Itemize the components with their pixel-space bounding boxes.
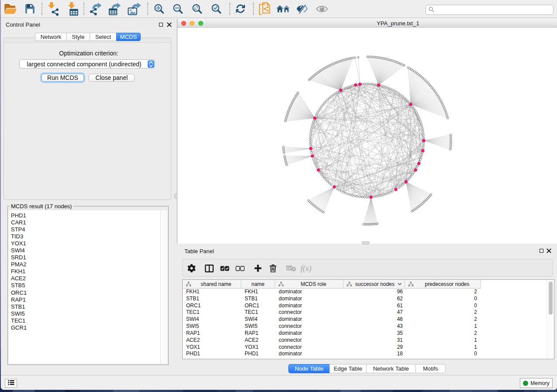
- hide-selected-icon[interactable]: [295, 0, 310, 17]
- memory-label: Memory: [530, 380, 549, 386]
- mcds-result-item[interactable]: FKH1: [9, 268, 167, 275]
- create-column-icon[interactable]: [251, 259, 265, 277]
- cell-MCDS-role: connector: [275, 337, 343, 344]
- cell-predecessor-nodes: 2: [405, 289, 481, 296]
- mcds-result-item[interactable]: TID3: [9, 233, 167, 240]
- zoom-out-icon[interactable]: [170, 0, 185, 17]
- mcds-result-item[interactable]: STB5: [9, 282, 167, 289]
- column-header-successor-nodes[interactable]: successor nodes: [343, 280, 405, 289]
- control-panel-close-icon[interactable]: [167, 22, 172, 28]
- table-tab-node-table[interactable]: Node Table: [288, 364, 329, 373]
- task-list-icon: [8, 379, 14, 387]
- table-panel-close-icon[interactable]: [547, 248, 551, 254]
- delete-columns-icon[interactable]: [266, 259, 280, 277]
- close-panel-button[interactable]: Close panel: [89, 74, 135, 82]
- mcds-result-item[interactable]: YOX1: [9, 240, 167, 247]
- new-network-from-selection-icon[interactable]: [257, 0, 272, 17]
- window-close-button[interactable]: [181, 21, 186, 26]
- export-network-icon[interactable]: [88, 0, 103, 17]
- table-row-STB1[interactable]: STB1STB1dominator620: [183, 296, 554, 303]
- table-tab-motifs[interactable]: Motifs: [415, 364, 446, 373]
- table-row-YOX1[interactable]: YOX1YOX1connector291: [183, 344, 554, 351]
- network-canvas[interactable]: [177, 28, 557, 244]
- control-panel-title: Control Panel: [6, 21, 40, 28]
- optimization-criterion-select[interactable]: largest connected component (undirected): [19, 59, 155, 69]
- zoom-in-icon[interactable]: [152, 0, 166, 17]
- table-row-SWI4[interactable]: SWI4SWI4dominator462: [183, 316, 554, 323]
- cell-successor-nodes: 61: [343, 303, 405, 309]
- first-neighbors-icon[interactable]: [276, 0, 291, 17]
- control-panel-tab-select[interactable]: Select: [90, 33, 116, 41]
- control-panel-float-icon[interactable]: [159, 23, 163, 27]
- mcds-result-item[interactable]: SWI4: [9, 247, 167, 254]
- apply-layout-icon[interactable]: [233, 0, 248, 17]
- cell-MCDS-role: connector: [275, 323, 343, 330]
- table-options-gear-icon[interactable]: [184, 259, 198, 277]
- table-row-SWI5[interactable]: SWI5SWI5connector431: [183, 323, 554, 330]
- mcds-result-item[interactable]: PHD1: [9, 212, 167, 219]
- network-window-titlebar[interactable]: YPA_prune.txt_1: [177, 19, 557, 28]
- table-row-RAP1[interactable]: RAP1RAP1dominator352: [183, 330, 554, 337]
- search-icon: [429, 6, 434, 14]
- mcds-result-item[interactable]: SRD1: [9, 254, 167, 261]
- control-panel-tab-style[interactable]: Style: [66, 33, 90, 41]
- mcds-result-list[interactable]: PHD1CAR1STP4TID3YOX1SWI4SRD1PMA2FKH1ACE2…: [9, 210, 167, 364]
- mcds-result-item[interactable]: TEC1: [9, 317, 167, 324]
- export-image-icon[interactable]: [127, 0, 142, 17]
- column-header-predecessor-nodes[interactable]: predecessor nodes: [405, 280, 481, 289]
- import-table-icon[interactable]: [66, 0, 80, 17]
- cell-name: ACE2: [241, 337, 275, 344]
- window-minimize-button[interactable]: [190, 21, 194, 26]
- memory-button[interactable]: Memory: [520, 378, 553, 388]
- task-history-button[interactable]: [5, 379, 17, 388]
- import-network-icon[interactable]: [46, 0, 61, 17]
- mcds-result-item[interactable]: SWI5: [9, 310, 167, 317]
- cell-successor-nodes: 31: [343, 337, 405, 344]
- show-columns-icon[interactable]: [202, 259, 216, 277]
- zoom-selected-icon[interactable]: [209, 0, 224, 17]
- control-panel-tab-network[interactable]: Network: [35, 33, 66, 41]
- zoom-fit-icon[interactable]: [190, 0, 204, 17]
- cell-MCDS-role: dominator: [275, 296, 343, 303]
- table-tab-network-table[interactable]: Network Table: [366, 364, 415, 373]
- mcds-result-item[interactable]: ACE2: [9, 275, 167, 282]
- table-scrollbar-thumb[interactable]: [549, 282, 553, 315]
- table-row-TEC1[interactable]: TEC1TEC1connector472: [183, 309, 554, 316]
- mcds-result-item[interactable]: PMA2: [9, 261, 167, 268]
- open-file-icon[interactable]: [3, 0, 17, 17]
- table-row-PHD1[interactable]: PHD1PHD1dominator180: [183, 351, 554, 358]
- table-row-ACE2[interactable]: ACE2ACE2connector311: [183, 337, 554, 344]
- export-table-icon[interactable]: [107, 0, 122, 17]
- select-all-columns-icon[interactable]: [218, 259, 232, 277]
- mcds-result-item[interactable]: ORC1: [9, 289, 167, 296]
- cell-name: SWI5: [241, 323, 275, 330]
- unselect-all-columns-icon[interactable]: [233, 259, 247, 277]
- horizontal-splitter-handle[interactable]: [362, 241, 370, 244]
- cell-predecessor-nodes: 0: [405, 351, 481, 358]
- table-row-ORC1[interactable]: ORC1ORC1dominator610: [183, 303, 554, 309]
- mcds-result-item[interactable]: GCR1: [9, 324, 167, 331]
- column-header-shared-name[interactable]: shared name: [183, 280, 241, 289]
- table-row-FKH1[interactable]: FKH1FKH1dominator962: [183, 289, 554, 296]
- save-session-icon[interactable]: [22, 0, 37, 17]
- status-bar: Memory: [1, 375, 557, 390]
- vertical-splitter-handle[interactable]: [174, 193, 177, 199]
- column-header-MCDS-role[interactable]: MCDS role: [275, 280, 343, 289]
- column-header-name[interactable]: name: [241, 280, 275, 289]
- show-all-icon[interactable]: [315, 0, 329, 17]
- mcds-result-item[interactable]: STP4: [9, 226, 167, 233]
- cell-successor-nodes: 96: [343, 289, 405, 296]
- search-input[interactable]: [426, 5, 554, 15]
- table-panel-float-icon[interactable]: [540, 249, 543, 253]
- mcds-result-item[interactable]: CAR1: [9, 219, 167, 226]
- control-panel-tab-mcds[interactable]: MCDS: [116, 33, 141, 41]
- mcds-result-item[interactable]: RAP1: [9, 296, 167, 303]
- table-tab-edge-table[interactable]: Edge Table: [329, 364, 366, 373]
- table-scrollbar[interactable]: [547, 280, 554, 359]
- mcds-result-item[interactable]: STB1: [9, 303, 167, 310]
- run-mcds-button[interactable]: Run MCDS: [42, 74, 84, 82]
- table-panel-tabbar: Node TableEdge TableNetwork TableMotifs: [177, 364, 557, 373]
- window-zoom-button[interactable]: [198, 21, 203, 26]
- mcds-result-scrollbar[interactable]: [160, 210, 167, 364]
- cell-name: PHD1: [241, 351, 275, 358]
